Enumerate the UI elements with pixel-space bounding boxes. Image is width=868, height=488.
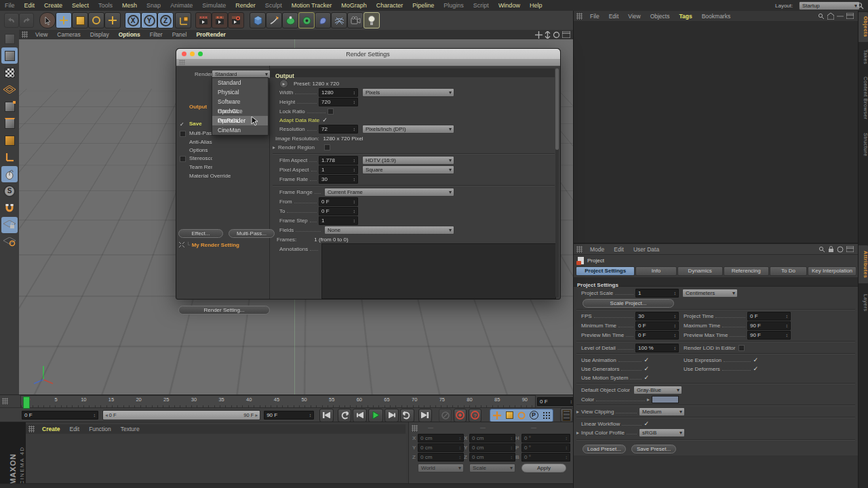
viewport-rotate-icon[interactable] [553, 31, 560, 39]
previous-frame-button[interactable] [353, 409, 367, 422]
menu-mograph[interactable]: MoGraph [336, 2, 372, 9]
menu-help[interactable]: Help [525, 2, 547, 9]
tab-attributes[interactable]: Attributes [859, 245, 868, 283]
move-tool[interactable] [56, 12, 72, 28]
menu-plugins[interactable]: Plugins [439, 2, 469, 9]
add-subdivision-surface-button[interactable] [282, 12, 298, 28]
range-end-field[interactable]: 90 F [264, 411, 314, 420]
om-panel-icon[interactable] [846, 13, 854, 19]
om-menu-bookmarks[interactable]: Bookmarks [697, 13, 736, 20]
tab-to-do[interactable]: To Do [770, 266, 807, 276]
menu-create[interactable]: Create [39, 2, 67, 9]
om-menu-edit[interactable]: Edit [604, 13, 624, 20]
use-motion-checkbox[interactable]: ✓ [644, 375, 649, 381]
add-cube-button[interactable] [250, 12, 266, 28]
input-profile-expander-icon[interactable]: ▸ [576, 430, 579, 436]
coords-rot-h-field[interactable]: 0 ° [521, 434, 570, 443]
next-frame-button[interactable] [384, 409, 399, 422]
section-material-override[interactable]: Material Override [189, 173, 264, 179]
preset-menu-button[interactable]: ▸ [279, 79, 288, 88]
zoom-button[interactable] [198, 52, 203, 56]
tab-layers[interactable]: Layers [859, 290, 868, 316]
color-swatch[interactable] [652, 396, 679, 403]
menu-sculpt[interactable]: Sculpt [260, 2, 287, 9]
resolution-unit-select[interactable]: Pixels/Inch (DPI) [362, 125, 454, 134]
tab-info[interactable]: Info [635, 266, 676, 276]
workplane-lock-button[interactable] [1, 217, 18, 233]
timeline-filmstrip-button[interactable] [560, 408, 573, 422]
from-field[interactable]: 0 F [319, 197, 358, 206]
om-home-icon[interactable] [827, 13, 834, 20]
tab-referencing[interactable]: Referencing [724, 266, 769, 276]
frame-rate-field[interactable]: 30 [319, 175, 358, 184]
fields-select[interactable]: None [324, 226, 454, 235]
minimize-button[interactable] [190, 52, 195, 56]
width-unit-select[interactable]: Pixels [362, 88, 454, 97]
view-clipping-expander-icon[interactable]: ▸ [576, 409, 579, 415]
menu-script[interactable]: Script [469, 2, 494, 9]
dialog-titlebar[interactable]: Render Settings [176, 49, 560, 60]
attr-menu-edit[interactable]: Edit [609, 246, 629, 253]
annotations-textarea[interactable] [321, 243, 556, 299]
last-tool[interactable] [104, 12, 121, 28]
section-antialiasing[interactable]: Anti-Aliasing [189, 139, 212, 145]
add-environment-button[interactable] [331, 12, 347, 28]
menu-motion-tracker[interactable]: Motion Tracker [287, 2, 337, 9]
menu-animate[interactable]: Animate [165, 2, 197, 9]
menu-render[interactable]: Render [231, 2, 260, 9]
frame-range-select[interactable]: Current Frame [324, 188, 454, 197]
add-spline-button[interactable] [266, 12, 282, 28]
render-preset-item[interactable]: └ My Render Setting [178, 241, 239, 249]
menu-snap[interactable]: Snap [142, 2, 165, 9]
tab-project-settings[interactable]: Project Settings [576, 266, 635, 276]
attr-panel-icon[interactable] [846, 246, 854, 252]
render-lod-checkbox[interactable] [738, 345, 745, 351]
renderer-option-hardware-opengl[interactable]: Hardware OpenGL [212, 106, 268, 116]
attr-grip[interactable] [576, 246, 583, 253]
min-time-field[interactable]: 0 F [635, 321, 679, 330]
add-generator-button[interactable] [298, 12, 315, 28]
lock-z-axis-button[interactable]: Z [157, 12, 174, 28]
key-scale-button[interactable] [503, 411, 515, 419]
multipass-checkbox[interactable] [180, 131, 186, 137]
tab-key-interpolation[interactable]: Key Interpolation [808, 266, 856, 276]
om-grip[interactable] [576, 13, 583, 20]
use-animation-checkbox[interactable]: ✓ [644, 357, 649, 363]
menu-character[interactable]: Character [372, 2, 408, 9]
object-manager-body[interactable] [574, 21, 858, 243]
coords-pos-y-field[interactable]: 0 cm [418, 443, 464, 452]
rotate-tool[interactable] [88, 12, 104, 28]
section-stereoscopic[interactable]: Stereoscopic [189, 155, 212, 161]
render-setting-button[interactable]: Render Setting... [178, 306, 270, 314]
view-clipping-select[interactable]: Medium [639, 407, 685, 416]
fps-field[interactable]: 30 [635, 312, 679, 321]
undo-button[interactable] [4, 13, 19, 28]
viewport-menu-options[interactable]: Options [114, 31, 145, 38]
add-camera-button[interactable] [347, 12, 363, 28]
renderer-option-standard[interactable]: Standard [212, 78, 268, 87]
attr-menu-mode[interactable]: Mode [585, 246, 609, 253]
attr-search-icon[interactable] [818, 246, 825, 253]
om-menu-view[interactable]: View [623, 13, 645, 20]
section-team-render[interactable]: Team Render [189, 164, 212, 170]
film-aspect-field[interactable]: 1.778 [319, 156, 358, 165]
current-frame-marker[interactable] [23, 396, 30, 409]
render-settings-button[interactable] [228, 12, 244, 28]
project-scale-unit-select[interactable]: Centimeters [682, 289, 738, 298]
film-aspect-select[interactable]: HDTV (16:9) [362, 156, 454, 165]
scale-project-button[interactable]: Scale Project... [583, 299, 674, 308]
redo-button[interactable] [19, 13, 34, 28]
renderer-option-prorender[interactable]: ProRender [212, 116, 268, 125]
coords-pos-x-field[interactable]: 0 cm [418, 434, 464, 443]
range-start-field[interactable]: 0 F [22, 411, 98, 420]
use-deformers-checkbox[interactable]: ✓ [753, 366, 758, 372]
om-search-icon[interactable] [818, 13, 825, 20]
menu-file[interactable]: File [0, 2, 20, 9]
record-key-button[interactable] [439, 409, 452, 422]
section-save[interactable]: Save [189, 121, 212, 127]
tab-dynamics[interactable]: Dynamics [677, 266, 723, 276]
render-region-expander-icon[interactable]: ▸ [273, 144, 275, 150]
material-menu-create[interactable]: Create [37, 426, 64, 432]
viewport-menu-panel[interactable]: Panel [167, 31, 192, 38]
close-button[interactable] [182, 52, 186, 56]
